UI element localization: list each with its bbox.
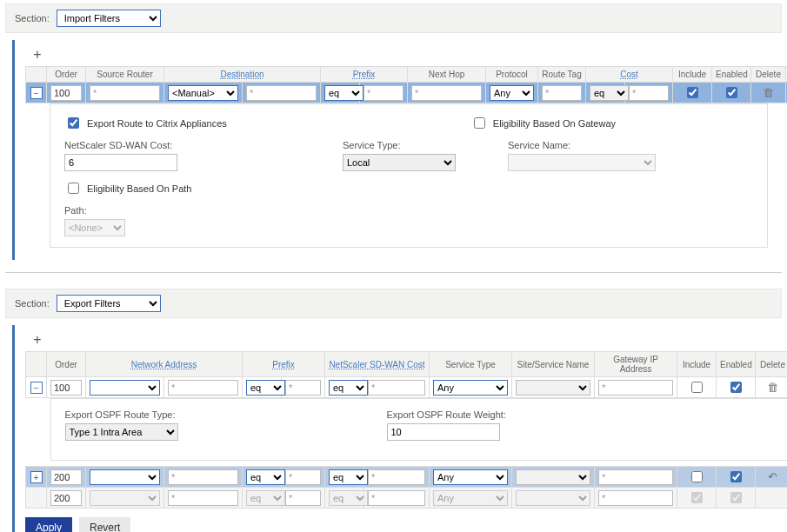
network-select[interactable] bbox=[90, 469, 160, 485]
order-input[interactable] bbox=[50, 380, 82, 396]
import-section-select[interactable]: Import Filters bbox=[57, 10, 161, 27]
col-prefix: Prefix bbox=[243, 352, 325, 377]
site-service-select[interactable] bbox=[516, 380, 590, 396]
include-checkbox[interactable] bbox=[691, 471, 703, 482]
apply-button[interactable]: Apply bbox=[25, 517, 72, 532]
col-delete: Delete bbox=[751, 67, 786, 83]
export-row[interactable]: − eq eq Any 🗑 ⧉ bbox=[26, 377, 788, 398]
collapse-icon[interactable]: − bbox=[30, 87, 43, 99]
service-type-select[interactable]: Any bbox=[433, 380, 508, 396]
service-type-label: Service Type: bbox=[343, 140, 456, 150]
destination-select[interactable]: <Manual> bbox=[168, 85, 238, 101]
prefix-value-input[interactable] bbox=[285, 469, 321, 485]
enabled-checkbox[interactable] bbox=[730, 382, 742, 393]
prefix-value-input[interactable] bbox=[285, 490, 321, 506]
eligibility-path-label: Eligibility Based On Path bbox=[87, 183, 191, 194]
service-type-select[interactable]: Any bbox=[433, 469, 508, 485]
import-row-1[interactable]: − <Manual> eq Any eq 🗑 ⧉ bbox=[26, 83, 788, 103]
col-destination: Destination bbox=[164, 67, 321, 83]
network-value-input[interactable] bbox=[168, 469, 238, 485]
revert-button[interactable]: Revert bbox=[79, 517, 130, 532]
cost-value-input[interactable] bbox=[629, 85, 669, 101]
route-tag-input[interactable] bbox=[542, 85, 582, 101]
ospf-type-select[interactable]: Type 1 Intra Area bbox=[65, 423, 178, 441]
cost-value-input[interactable] bbox=[368, 469, 425, 485]
service-name-label: Service Name: bbox=[508, 140, 656, 150]
export-add-button[interactable]: + bbox=[30, 332, 44, 348]
order-input[interactable] bbox=[50, 490, 82, 506]
col-gateway: Gateway IP Address bbox=[595, 352, 677, 377]
network-value-input[interactable] bbox=[168, 380, 238, 396]
sdwan-cost-label: NetScaler SD-WAN Cost: bbox=[64, 140, 177, 150]
export-row[interactable]: eq eq Any bbox=[26, 488, 788, 509]
service-type-select[interactable]: Any bbox=[433, 490, 508, 506]
prefix-op-select[interactable]: eq bbox=[246, 469, 285, 485]
protocol-select[interactable]: Any bbox=[490, 85, 534, 101]
eligibility-path-checkbox[interactable] bbox=[68, 183, 79, 194]
destination-value-input[interactable] bbox=[246, 85, 317, 101]
source-router-input[interactable] bbox=[90, 85, 160, 101]
include-checkbox[interactable] bbox=[687, 87, 698, 98]
enabled-checkbox[interactable] bbox=[726, 87, 737, 98]
export-grid: Order Network Address Prefix NetScaler S… bbox=[25, 351, 787, 509]
prefix-value-input[interactable] bbox=[363, 85, 404, 101]
import-panel: + Order Source Router Destination Prefix… bbox=[12, 40, 778, 260]
site-service-select[interactable] bbox=[516, 469, 590, 485]
include-checkbox[interactable] bbox=[691, 492, 703, 503]
cost-op-select[interactable]: eq bbox=[590, 85, 629, 101]
gateway-input[interactable] bbox=[598, 490, 673, 506]
export-row[interactable]: + eq eq Any ↶ ⧉ bbox=[26, 467, 788, 488]
export-detail-panel: Export OSPF Route Type: Type 1 Intra Are… bbox=[50, 398, 788, 461]
include-checkbox[interactable] bbox=[691, 382, 703, 393]
sdwan-cost-input[interactable] bbox=[64, 154, 177, 171]
path-select: <None> bbox=[64, 219, 125, 236]
import-add-button[interactable]: + bbox=[30, 47, 44, 63]
site-service-select[interactable] bbox=[516, 490, 590, 506]
divider bbox=[5, 272, 782, 273]
enabled-checkbox[interactable] bbox=[730, 471, 742, 482]
prefix-op-select[interactable]: eq bbox=[324, 85, 363, 101]
import-section-band: Section: Import Filters bbox=[5, 3, 782, 33]
col-prefix: Prefix bbox=[321, 67, 408, 83]
col-include: Include bbox=[673, 67, 712, 83]
export-section-select[interactable]: Export Filters bbox=[57, 295, 161, 312]
export-section-band: Section: Export Filters bbox=[5, 289, 782, 318]
import-detail-panel: Export Route to Citrix Appliances Eligib… bbox=[50, 103, 768, 248]
gateway-input[interactable] bbox=[598, 469, 673, 485]
ospf-weight-input[interactable] bbox=[387, 423, 500, 441]
network-select[interactable] bbox=[90, 490, 160, 506]
col-include: Include bbox=[677, 352, 717, 377]
col-enabled: Enabled bbox=[712, 67, 751, 83]
order-input[interactable] bbox=[50, 469, 82, 485]
col-sdwan-cost: NetScaler SD-WAN Cost bbox=[325, 352, 430, 377]
trash-icon[interactable]: 🗑 bbox=[763, 86, 774, 99]
cost-op-select[interactable]: eq bbox=[329, 490, 368, 506]
eligibility-gateway-checkbox[interactable] bbox=[474, 117, 485, 129]
cost-value-input[interactable] bbox=[368, 380, 425, 396]
col-cost: Cost bbox=[586, 67, 673, 83]
ospf-weight-label: Export OSPF Route Weight: bbox=[387, 409, 506, 420]
enabled-checkbox[interactable] bbox=[730, 492, 742, 503]
service-type-select[interactable]: Local bbox=[343, 154, 456, 171]
network-value-input[interactable] bbox=[168, 490, 238, 506]
cost-op-select[interactable]: eq bbox=[329, 469, 368, 485]
order-input[interactable] bbox=[50, 85, 82, 101]
trash-icon[interactable]: 🗑 bbox=[767, 381, 778, 394]
gateway-input[interactable] bbox=[598, 380, 673, 396]
prefix-value-input[interactable] bbox=[285, 380, 321, 396]
section-label: Section: bbox=[15, 298, 50, 309]
export-citrix-checkbox[interactable] bbox=[68, 117, 79, 129]
prefix-op-select[interactable]: eq bbox=[246, 380, 285, 396]
cost-op-select[interactable]: eq bbox=[329, 380, 368, 396]
import-grid: Order Source Router Destination Prefix N… bbox=[25, 66, 787, 103]
prefix-op-select[interactable]: eq bbox=[246, 490, 285, 506]
ospf-type-label: Export OSPF Route Type: bbox=[65, 409, 178, 420]
undo-icon[interactable]: ↶ bbox=[768, 470, 777, 483]
cost-value-input[interactable] bbox=[368, 490, 425, 506]
nexthop-input[interactable] bbox=[411, 85, 482, 101]
col-source-router: Source Router bbox=[86, 67, 164, 83]
expand-icon[interactable]: − bbox=[30, 382, 43, 394]
expand-icon[interactable]: + bbox=[30, 471, 43, 483]
export-panel: + Order Network Address Prefix NetScaler… bbox=[12, 325, 778, 532]
network-select[interactable] bbox=[90, 380, 160, 396]
